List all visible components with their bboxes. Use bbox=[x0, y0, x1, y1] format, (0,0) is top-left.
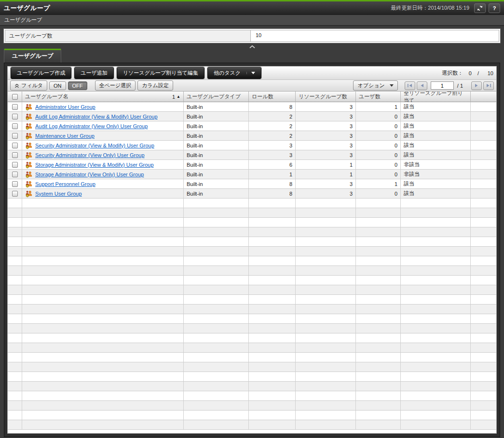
filter-off-button[interactable]: OFF bbox=[68, 81, 87, 90]
row-checkbox[interactable] bbox=[12, 123, 18, 129]
cell-checkbox-empty bbox=[8, 218, 22, 227]
cell-spare bbox=[471, 179, 496, 188]
cell-users: 1 bbox=[356, 102, 401, 111]
empty-table-row bbox=[8, 247, 496, 256]
cell-all-rg-empty bbox=[401, 420, 471, 429]
cell-user-group-name: Storage Administrator (View & Modify) Us… bbox=[22, 160, 184, 169]
row-checkbox[interactable] bbox=[12, 152, 18, 158]
cell-users-empty bbox=[356, 411, 401, 420]
user-group-link[interactable]: Support Personnel Group bbox=[35, 181, 95, 187]
row-checkbox[interactable] bbox=[12, 104, 18, 110]
cell-resource-groups: 3 bbox=[296, 121, 356, 131]
cell-all-rg: 該当 bbox=[401, 189, 471, 198]
next-page-icon bbox=[474, 83, 479, 88]
row-checkbox[interactable] bbox=[12, 114, 18, 119]
user-group-link[interactable]: Audit Log Administrator (View Only) User… bbox=[35, 123, 148, 129]
cell-name-empty bbox=[22, 247, 184, 256]
cell-type-empty bbox=[184, 391, 249, 400]
cell-checkbox-empty bbox=[8, 401, 22, 410]
user-group-link[interactable]: Security Administrator (View Only) User … bbox=[35, 152, 145, 158]
user-group-icon bbox=[25, 190, 33, 198]
prev-page-button[interactable] bbox=[417, 81, 427, 90]
cell-all-rg-empty bbox=[401, 218, 471, 227]
select-all-pages-button[interactable]: 全ページ選択 bbox=[95, 80, 136, 91]
prev-page-icon bbox=[419, 83, 424, 88]
column-header-resource-groups[interactable]: リソースグループ数 bbox=[296, 92, 356, 102]
sort-asc-icon: ▲ bbox=[177, 94, 180, 99]
first-page-button[interactable] bbox=[405, 81, 415, 90]
column-header-type[interactable]: ユーザグループタイプ bbox=[184, 92, 249, 102]
cell-roles-empty bbox=[249, 333, 296, 343]
create-user-group-button[interactable]: ユーザグループ作成 bbox=[11, 67, 71, 79]
tab-user-groups[interactable]: ユーザグループ bbox=[4, 49, 61, 63]
edit-resource-group-assignment-button[interactable]: リソースグループ割り当て編集 bbox=[117, 67, 204, 79]
cell-users: 0 bbox=[356, 189, 401, 198]
cell-roles-empty bbox=[249, 247, 296, 256]
cell-resource-groups-empty bbox=[296, 411, 356, 420]
next-page-button[interactable] bbox=[471, 81, 482, 90]
empty-table-row bbox=[8, 227, 496, 237]
row-checkbox[interactable] bbox=[12, 191, 18, 197]
cell-checkbox bbox=[8, 170, 22, 179]
options-button[interactable]: オプション bbox=[353, 80, 397, 91]
row-checkbox[interactable] bbox=[12, 162, 18, 168]
page-number-input[interactable] bbox=[431, 81, 454, 90]
filter-button[interactable]: フィルタ bbox=[10, 80, 47, 91]
cell-roles-empty bbox=[249, 362, 296, 372]
column-header-name[interactable]: ユーザグループ名 1▲ bbox=[22, 92, 184, 102]
add-user-button[interactable]: ユーザ追加 bbox=[74, 67, 114, 79]
refresh-button[interactable] bbox=[474, 3, 486, 13]
empty-table-row bbox=[8, 295, 496, 305]
user-group-link[interactable]: Security Administrator (View & Modify) U… bbox=[35, 143, 154, 148]
column-header-all-rg[interactable]: 全リソースグループ割り当て bbox=[401, 92, 471, 102]
user-group-link[interactable]: Audit Log Administrator (View & Modify) … bbox=[35, 114, 158, 119]
user-group-link[interactable]: System User Group bbox=[35, 191, 82, 197]
row-checkbox[interactable] bbox=[12, 172, 18, 177]
cell-type-empty bbox=[184, 305, 249, 314]
cell-roles-empty bbox=[249, 305, 296, 314]
cell-name-empty bbox=[22, 353, 184, 362]
cell-name-empty bbox=[22, 391, 184, 400]
user-group-link[interactable]: Storage Administrator (View Only) User G… bbox=[35, 172, 144, 177]
cell-spare-empty bbox=[471, 305, 496, 314]
column-settings-button[interactable]: カラム設定 bbox=[137, 80, 173, 91]
column-header-users[interactable]: ユーザ数 bbox=[356, 92, 401, 102]
cell-checkbox-empty bbox=[8, 266, 22, 275]
column-header-spare bbox=[471, 92, 496, 102]
cell-name-empty bbox=[22, 305, 184, 314]
cell-user-group-name: Audit Log Administrator (View & Modify) … bbox=[22, 112, 184, 121]
user-group-link[interactable]: Maintenance User Group bbox=[35, 133, 95, 139]
total-count: 10 bbox=[485, 70, 493, 76]
cell-all-rg-empty bbox=[401, 285, 471, 294]
filter-bar: フィルタ ON OFF 全ページ選択 カラム設定 オプション bbox=[8, 80, 496, 92]
cell-name-empty bbox=[22, 285, 184, 294]
chevron-down-icon bbox=[390, 84, 394, 87]
cell-resource-groups-empty bbox=[296, 420, 356, 429]
column-header-roles[interactable]: ロール数 bbox=[249, 92, 296, 102]
cell-users-empty bbox=[356, 218, 401, 227]
row-checkbox[interactable] bbox=[12, 133, 18, 139]
row-checkbox[interactable] bbox=[12, 181, 18, 187]
row-checkbox[interactable] bbox=[12, 143, 18, 148]
empty-table-row bbox=[8, 199, 496, 208]
first-page-icon bbox=[407, 83, 412, 88]
cell-spare-empty bbox=[471, 276, 496, 285]
help-button[interactable]: ? bbox=[489, 3, 500, 13]
cell-users-empty bbox=[356, 333, 401, 343]
user-group-link[interactable]: Storage Administrator (View & Modify) Us… bbox=[35, 162, 154, 168]
other-tasks-button[interactable]: 他のタスク bbox=[207, 67, 261, 79]
user-group-icon bbox=[25, 113, 33, 120]
select-all-checkbox[interactable] bbox=[12, 94, 18, 100]
cell-name-empty bbox=[22, 382, 184, 391]
cell-all-rg-empty bbox=[401, 208, 471, 217]
filter-on-button[interactable]: ON bbox=[49, 81, 66, 90]
cell-type: Built-in bbox=[184, 121, 249, 131]
cell-checkbox-empty bbox=[8, 391, 22, 400]
last-page-button[interactable] bbox=[483, 81, 494, 90]
cell-users-empty bbox=[356, 305, 401, 314]
cell-all-rg-empty bbox=[401, 295, 471, 304]
user-group-link[interactable]: Administrator User Group bbox=[35, 104, 95, 110]
cell-users-empty bbox=[356, 199, 401, 208]
summary-collapse-toggle[interactable] bbox=[0, 43, 504, 50]
cell-type: Built-in bbox=[184, 131, 249, 140]
